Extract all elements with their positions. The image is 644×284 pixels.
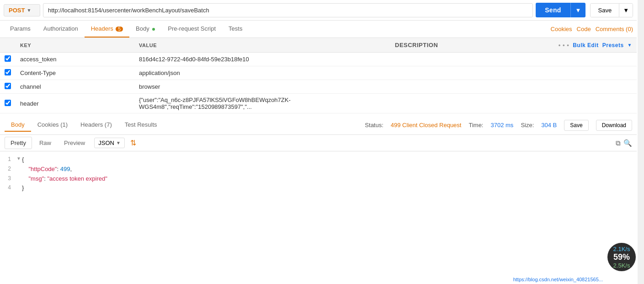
send-button-group: Send ▼ [536, 3, 585, 17]
comments-link[interactable]: Comments (0) [596, 26, 633, 32]
line-arrow-3 [16, 174, 22, 184]
network-percent: 59% [613, 252, 630, 262]
cookies-link[interactable]: Cookies [551, 26, 572, 32]
app-container: POST ▼ Send ▼ Save ▼ Params Authorizatio… [0, 0, 644, 284]
code-line-2: 2 "httpCode": 499, [0, 165, 637, 174]
method-select[interactable]: POST ▼ [4, 4, 40, 16]
row4-check-cell[interactable] [0, 94, 16, 113]
table-row: Content-Type application/json [0, 66, 637, 80]
headers-table-header: KEY VALUE DESCRIPTION • • • Bulk Edit Pr… [0, 38, 637, 53]
row4-value: {"user":"Aq_n6c-z8PJFA57lKS5iVGFoW8hBEWq… [134, 94, 390, 113]
save-dropdown-button[interactable]: ▼ [619, 4, 633, 17]
tab-tests[interactable]: Tests [222, 21, 249, 38]
save-button[interactable]: Save [591, 4, 619, 17]
response-bar: Body Cookies (1) Headers (7) Test Result… [0, 116, 637, 135]
copy-icon[interactable]: ⧉ [616, 139, 621, 147]
view-tabs: Pretty Raw Preview JSON ▼ ⇅ ⧉ 🔍 [0, 135, 637, 151]
resp-tab-test-results[interactable]: Test Results [118, 118, 164, 132]
table-row: channel browser [0, 80, 637, 94]
tab-headers[interactable]: Headers 5 [85, 21, 129, 38]
th-desc: DESCRIPTION • • • Bulk Edit Presets ▼ [390, 38, 637, 53]
code-content-1: { [22, 155, 24, 165]
resp-tab-cookies[interactable]: Cookies (1) [31, 118, 74, 132]
row2-value: application/json [134, 66, 390, 80]
th-desc-label: DESCRIPTION [395, 42, 438, 48]
method-dropdown-icon[interactable]: ▼ [27, 8, 31, 13]
row1-desc [390, 53, 637, 66]
format-dropdown-icon: ▼ [116, 140, 121, 145]
headers-section: KEY VALUE DESCRIPTION • • • Bulk Edit Pr… [0, 38, 637, 116]
view-tab-preview[interactable]: Preview [59, 137, 90, 149]
main-content: POST ▼ Send ▼ Save ▼ Params Authorizatio… [0, 0, 637, 243]
tab-authorization[interactable]: Authorization [37, 21, 85, 38]
bottom-link[interactable]: https://blog.csdn.net/weixin_40821565... [513, 277, 603, 282]
line-num-2: 2 [0, 165, 16, 174]
network-widget: 2.1K/s 59% 2.5K/s [607, 243, 636, 271]
request-tabs: Params Authorization Headers 5 Body Pre-… [0, 21, 637, 38]
row1-check-cell[interactable] [0, 53, 16, 66]
code-line-4: 4 } [0, 183, 637, 193]
size-value: 304 B [541, 122, 557, 129]
row4-checkbox[interactable] [5, 100, 11, 106]
row3-check-cell[interactable] [0, 80, 16, 94]
sort-icon[interactable]: ⇅ [130, 139, 136, 147]
headers-badge: 5 [116, 27, 123, 32]
code-line-1: 1 ▼ { [0, 155, 637, 165]
code-content-2: "httpCode": 499, [22, 165, 72, 174]
line-num-3: 3 [0, 174, 16, 184]
right-scrollbar[interactable] [638, 0, 644, 284]
time-label: Time: [468, 122, 483, 129]
body-dot [152, 28, 155, 31]
row2-checkbox[interactable] [5, 69, 11, 75]
save-button-group: Save ▼ [590, 3, 633, 17]
line-num-4: 4 [0, 183, 16, 193]
view-tab-pretty[interactable]: Pretty [5, 137, 32, 149]
format-label: JSON [98, 139, 114, 146]
send-dropdown-button[interactable]: ▼ [570, 3, 586, 17]
download-response-button[interactable]: Download [596, 120, 632, 131]
top-bar: POST ▼ Send ▼ Save ▼ [0, 0, 637, 21]
th-value: VALUE [134, 38, 390, 53]
presets-dropdown-icon[interactable]: ▼ [628, 43, 632, 48]
row3-desc [390, 80, 637, 94]
view-tab-raw[interactable]: Raw [34, 137, 57, 149]
headers-table: KEY VALUE DESCRIPTION • • • Bulk Edit Pr… [0, 38, 637, 116]
row2-check-cell[interactable] [0, 66, 16, 80]
url-input[interactable] [43, 3, 533, 17]
line-arrow-1: ▼ [16, 155, 22, 165]
table-row: access_token 816d4c12-9722-46d0-84fd-59e… [0, 53, 637, 66]
line-arrow-4 [16, 183, 22, 193]
line-num-1: 1 [0, 155, 16, 165]
code-line-3: 3 "msg": "access token expired" [0, 174, 637, 184]
line-arrow-2 [16, 165, 22, 174]
resp-tab-body[interactable]: Body [5, 118, 31, 132]
response-status: Status: 499 Client Closed Request Time: … [365, 120, 632, 131]
save-response-button[interactable]: Save [564, 120, 588, 131]
th-checkbox [0, 38, 16, 53]
network-upload: 2.1K/s [613, 246, 630, 252]
send-button[interactable]: Send [536, 3, 570, 17]
view-icons: ⧉ 🔍 [616, 139, 632, 147]
top-right-links: Cookies Code Comments (0) [551, 26, 633, 32]
row4-key: header [16, 94, 134, 113]
network-download: 2.5K/s [613, 262, 630, 269]
resp-tab-headers[interactable]: Headers (7) [74, 118, 118, 132]
code-link[interactable]: Code [577, 26, 591, 32]
search-icon[interactable]: 🔍 [623, 139, 632, 147]
status-label: Status: [365, 122, 383, 129]
bulk-edit-button[interactable]: Bulk Edit [573, 42, 599, 48]
row2-key: Content-Type [16, 66, 134, 80]
row3-checkbox[interactable] [5, 83, 11, 89]
time-value: 3702 ms [491, 122, 514, 129]
tab-body[interactable]: Body [129, 21, 161, 38]
row1-checkbox[interactable] [5, 55, 11, 62]
code-content-3: "msg": "access token expired" [22, 174, 107, 184]
format-select[interactable]: JSON ▼ [94, 138, 125, 148]
tab-params[interactable]: Params [4, 21, 37, 38]
presets-button[interactable]: Presets [602, 42, 624, 48]
row2-desc [390, 66, 637, 80]
more-options-button[interactable]: • • • [559, 42, 569, 48]
row3-key: channel [16, 80, 134, 94]
response-tabs: Body Cookies (1) Headers (7) Test Result… [5, 118, 164, 132]
tab-prerequest[interactable]: Pre-request Script [161, 21, 222, 38]
